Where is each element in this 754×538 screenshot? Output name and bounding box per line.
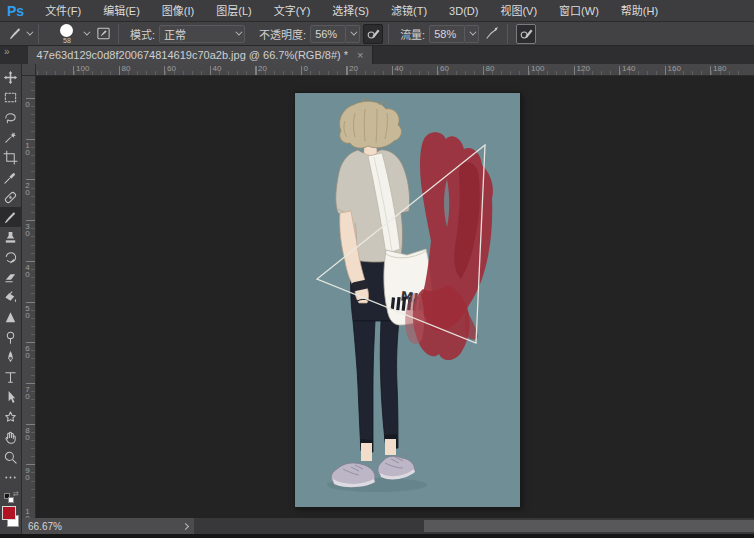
airbrush-button[interactable]: [482, 24, 502, 44]
ellipsis-icon: [3, 470, 18, 485]
menu-item[interactable]: 图像(I): [151, 0, 205, 22]
paint-bucket-tool[interactable]: [0, 287, 22, 307]
menu-item[interactable]: 帮助(H): [610, 0, 669, 22]
ruler-label: 80: [486, 64, 495, 73]
flow-dropdown-button[interactable]: [465, 25, 479, 43]
menu-item[interactable]: 选择(S): [321, 0, 380, 22]
window-bottom-edge: [0, 534, 754, 538]
brush-preview: 58: [54, 23, 80, 45]
ruler-label: 20: [349, 64, 358, 73]
document-tab-title: 47e63d129c0d8f200674814619c70a2b.jpg @ 6…: [37, 49, 348, 61]
ruler-label: 140: [622, 64, 635, 73]
brush-preset-icon: [8, 26, 23, 41]
ruler-label: 160: [668, 64, 681, 73]
history-brush-tool[interactable]: [0, 247, 22, 267]
horizontal-scrollbar[interactable]: [194, 518, 754, 534]
history-brush-icon: [3, 250, 18, 265]
ruler-label: 50: [23, 304, 32, 318]
marquee-icon: [3, 90, 18, 105]
default-swap-colors[interactable]: ⇄: [4, 491, 18, 503]
ruler-label: 180: [713, 64, 726, 73]
artwork-illustration: MH: [295, 93, 520, 507]
menu-item[interactable]: 滤镜(T): [380, 0, 438, 22]
chevron-right-icon[interactable]: [182, 522, 189, 529]
photoshop-logo: Ps: [0, 3, 34, 19]
close-icon[interactable]: ×: [357, 49, 363, 61]
airbrush-icon: [485, 26, 500, 41]
eraser-icon: [3, 270, 18, 285]
ruler-origin-corner[interactable]: [22, 64, 36, 76]
move-icon: [3, 70, 18, 85]
brush-size-picker[interactable]: 58: [44, 24, 90, 44]
opacity-input[interactable]: 56%: [310, 25, 346, 43]
divider: [507, 24, 508, 44]
foreground-color-swatch[interactable]: [2, 506, 16, 520]
blend-mode-select[interactable]: 正常: [159, 25, 245, 43]
move-tool[interactable]: [0, 67, 22, 87]
status-bar: 66.67%: [22, 518, 754, 534]
spot-healing-brush-tool[interactable]: [0, 187, 22, 207]
lasso-tool[interactable]: [0, 107, 22, 127]
rectangular-marquee-tool[interactable]: [0, 87, 22, 107]
opacity-label: 不透明度:: [259, 26, 306, 42]
color-swatches: [1, 506, 21, 530]
opacity-pressure-button[interactable]: [363, 24, 383, 44]
hand-icon: [3, 430, 18, 445]
menu-item[interactable]: 图层(L): [205, 0, 262, 22]
clone-stamp-tool[interactable]: [0, 227, 22, 247]
document-tab[interactable]: 47e63d129c0d8f200674814619c70a2b.jpg @ 6…: [28, 46, 374, 64]
crop-tool[interactable]: [0, 147, 22, 167]
menu-item[interactable]: 文字(Y): [263, 0, 322, 22]
flow-label: 流量:: [400, 26, 425, 42]
tab-overflow-icon[interactable]: »: [0, 46, 14, 58]
ruler-label: 0: [304, 64, 308, 73]
type-tool[interactable]: [0, 367, 22, 387]
divider: [38, 24, 39, 44]
size-pressure-button[interactable]: [516, 24, 536, 44]
menu-item[interactable]: 3D(D): [438, 0, 489, 22]
zoom-tool[interactable]: [0, 447, 22, 467]
path-selection-tool[interactable]: [0, 387, 22, 407]
quick-selection-tool[interactable]: [0, 127, 22, 147]
divider: [388, 24, 389, 44]
ruler-label: 20: [23, 181, 32, 195]
ruler-label: 0: [23, 100, 32, 107]
lasso-icon: [3, 110, 18, 125]
dodge-icon: [3, 330, 18, 345]
zoom-level-field[interactable]: 66.67%: [22, 518, 194, 534]
eraser-tool[interactable]: [0, 267, 22, 287]
menu-item[interactable]: 视图(V): [489, 0, 548, 22]
toggle-brush-panel-button[interactable]: [93, 24, 113, 44]
edit-toolbar-button[interactable]: [0, 467, 22, 487]
dodge-tool[interactable]: [0, 327, 22, 347]
ruler-label: 60: [23, 344, 32, 358]
opacity-dropdown-button[interactable]: [346, 25, 360, 43]
blend-mode-value: 正常: [164, 26, 232, 42]
horizontal-ruler[interactable]: 10080604020020406080100120140160180200: [36, 64, 754, 76]
menu-item[interactable]: 编辑(E): [92, 0, 151, 22]
mode-label: 模式:: [130, 26, 155, 42]
canvas-document[interactable]: MH: [295, 93, 520, 507]
flow-input[interactable]: 58%: [429, 25, 465, 43]
vertical-ruler[interactable]: 0102030405060708090100: [22, 76, 36, 518]
ruler-label: 80: [122, 64, 131, 73]
blur-tool[interactable]: [0, 307, 22, 327]
hand-tool[interactable]: [0, 427, 22, 447]
divider: [118, 24, 119, 44]
zoom-level-value: 66.67%: [28, 521, 62, 532]
menu-item[interactable]: 文件(F): [34, 0, 92, 22]
magnifier-icon: [3, 450, 18, 465]
scrollbar-thumb[interactable]: [424, 520, 754, 532]
chevron-down-icon: [235, 29, 242, 36]
custom-shape-tool[interactable]: [0, 407, 22, 427]
tool-bar: ⇄: [0, 64, 22, 538]
pen-tool[interactable]: [0, 347, 22, 367]
pen-pressure-icon: [519, 26, 534, 41]
menu-item[interactable]: 窗口(W): [548, 0, 610, 22]
eyedropper-tool[interactable]: [0, 167, 22, 187]
brush-tip-icon: [60, 24, 73, 37]
menu-items: 文件(F)编辑(E)图像(I)图层(L)文字(Y)选择(S)滤镜(T)3D(D)…: [34, 0, 669, 22]
tool-preset-button[interactable]: [6, 24, 33, 44]
brush-tool[interactable]: [0, 207, 22, 227]
pen-pressure-icon: [366, 26, 381, 41]
